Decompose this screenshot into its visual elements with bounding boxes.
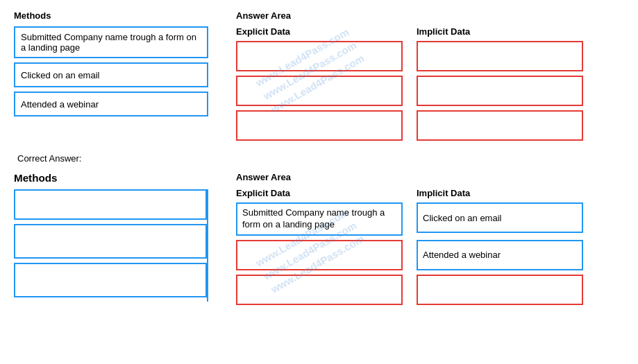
answer-rows-top — [236, 41, 624, 141]
explicit-data-header-bottom: Explicit Data — [236, 188, 403, 198]
methods-column-bottom: Methods — [14, 172, 208, 305]
implicit-data-header-top: Implicit Data — [417, 26, 583, 37]
methods-label-bottom: Methods — [14, 172, 208, 184]
methods-label-top: Methods — [14, 10, 208, 21]
method-empty-3[interactable] — [14, 263, 207, 297]
implicit-box-2-top[interactable] — [417, 76, 583, 106]
answer-area-bottom: Answer Area Explicit Data Implicit Data … — [236, 172, 624, 305]
method-item-1[interactable]: Submitted Company name trough a form on … — [14, 26, 208, 58]
answer-headers-top: Explicit Data Implicit Data — [236, 26, 624, 37]
main-container: Methods Submitted Company name trough a … — [0, 0, 638, 315]
explicit-box-1-top[interactable] — [236, 41, 403, 71]
explicit-empty-3[interactable] — [236, 275, 403, 305]
implicit-data-header-bottom: Implicit Data — [417, 188, 583, 198]
answer-row-2-top — [236, 76, 624, 106]
answer-headers-bottom: Explicit Data Implicit Data — [236, 188, 624, 198]
bottom-answer-row-3 — [236, 275, 624, 305]
method-item-2[interactable]: Clicked on an email — [14, 62, 208, 87]
answer-area-label-top: Answer Area — [236, 10, 624, 21]
explicit-filled-1[interactable]: Submitted Company name trough a form on … — [236, 202, 403, 236]
method-empty-2[interactable] — [14, 224, 207, 259]
method-item-3[interactable]: Attended a webinar — [14, 92, 208, 116]
explicit-box-2-top[interactable] — [236, 76, 403, 106]
implicit-filled-2[interactable]: Attended a webinar — [417, 240, 583, 270]
method-empty-1[interactable] — [14, 189, 207, 220]
explicit-box-3-top[interactable] — [236, 110, 403, 141]
implicit-box-3-top[interactable] — [417, 110, 583, 141]
answer-row-3-top — [236, 110, 624, 141]
methods-column-top: Methods Submitted Company name trough a … — [14, 10, 208, 141]
implicit-filled-1[interactable]: Clicked on an email — [417, 202, 583, 233]
bottom-answer-rows: Submitted Company name trough a form on … — [236, 202, 624, 305]
implicit-box-1-top[interactable] — [417, 41, 583, 71]
explicit-empty-2[interactable] — [236, 240, 403, 270]
top-section: Methods Submitted Company name trough a … — [14, 10, 624, 141]
correct-answer-label: Correct Answer: — [14, 153, 624, 164]
implicit-empty-3[interactable] — [417, 275, 583, 305]
bottom-section: Methods Answer Area Explicit Data Implic… — [14, 172, 624, 305]
answer-area-top: Answer Area Explicit Data Implicit Data — [236, 10, 624, 141]
bottom-answer-row-1: Submitted Company name trough a form on … — [236, 202, 624, 236]
explicit-data-header-top: Explicit Data — [236, 26, 403, 37]
answer-area-label-bottom: Answer Area — [236, 172, 624, 182]
bottom-answer-row-2: Attended a webinar — [236, 240, 624, 270]
answer-row-1-top — [236, 41, 624, 71]
